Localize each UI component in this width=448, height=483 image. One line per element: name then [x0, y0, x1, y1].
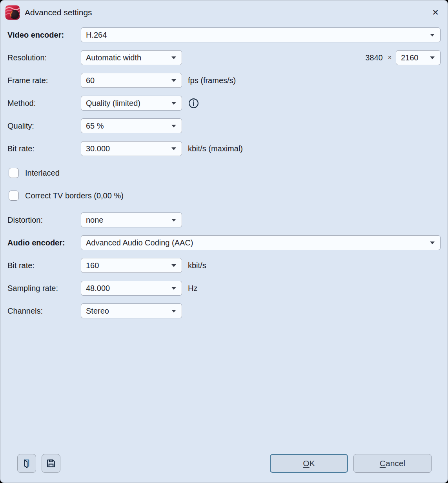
sampling-rate-value: 48.000: [86, 284, 110, 293]
quality-select[interactable]: 65 %: [81, 118, 182, 133]
distortion-select[interactable]: none: [81, 212, 182, 227]
bit-rate-audio-label: Bit rate:: [7, 261, 81, 270]
row-channels: Channels: Stereo: [7, 303, 441, 318]
channels-select[interactable]: Stereo: [81, 303, 182, 318]
row-video-encoder: Video encoder: H.264: [7, 27, 441, 42]
correct-tv-borders-checkbox[interactable]: [9, 191, 19, 201]
cancel-button-label: ancel: [386, 459, 405, 468]
resolution-label: Resolution:: [7, 53, 81, 62]
app-icon: [5, 5, 20, 20]
chevron-down-icon: [171, 102, 176, 105]
chevron-down-icon: [171, 125, 176, 127]
chevron-down-icon: [171, 219, 176, 222]
folder-open-icon: [21, 458, 32, 469]
video-encoder-label: Video encoder:: [7, 31, 81, 40]
dialog-title: Advanced settings: [25, 8, 92, 17]
chevron-down-icon: [171, 56, 176, 59]
advanced-settings-dialog: Advanced settings ✕ Video encoder: H.264…: [0, 0, 448, 483]
title-bar: Advanced settings ✕: [0, 0, 448, 25]
chevron-down-icon: [430, 242, 435, 244]
frame-rate-unit: fps (frames/s): [188, 76, 236, 85]
distortion-label: Distortion:: [7, 216, 81, 225]
row-sampling-rate: Sampling rate: 48.000 Hz: [7, 281, 441, 296]
dialog-content: Video encoder: H.264 Resolution: Automat…: [0, 25, 448, 483]
audio-encoder-select[interactable]: Advanced Audio Coding (AAC): [81, 235, 441, 250]
close-button[interactable]: ✕: [429, 6, 442, 19]
save-profile-button[interactable]: [42, 454, 60, 473]
row-distortion: Distortion: none: [7, 212, 441, 227]
chevron-down-icon: [171, 147, 176, 150]
bit-rate-audio-select[interactable]: 160: [81, 258, 182, 273]
row-bit-rate-video: Bit rate: 30.000 kbit/s (maximal): [7, 141, 441, 156]
chevron-down-icon: [171, 287, 176, 290]
save-icon: [46, 458, 56, 469]
sampling-rate-unit: Hz: [188, 284, 197, 293]
resolution-width-value: 3840: [365, 53, 383, 62]
chevron-down-icon: [171, 264, 176, 267]
row-resolution: Resolution: Automatic width 3840 × 2160: [7, 50, 441, 65]
row-bit-rate-audio: Bit rate: 160 kbit/s: [7, 258, 441, 273]
audio-encoder-value: Advanced Audio Coding (AAC): [86, 238, 193, 247]
chevron-down-icon: [171, 310, 176, 312]
video-encoder-select[interactable]: H.264: [81, 27, 441, 42]
chevron-down-icon: [171, 79, 176, 82]
resolution-mode-select[interactable]: Automatic width: [81, 50, 182, 65]
channels-value: Stereo: [86, 307, 109, 316]
close-icon: ✕: [432, 8, 439, 17]
ok-button-label: K: [310, 459, 315, 468]
method-value: Quality (limited): [86, 99, 140, 108]
chevron-down-icon: [430, 34, 435, 36]
correct-tv-borders-checkbox-row[interactable]: Correct TV borders (0,00 %): [7, 188, 441, 203]
frame-rate-label: Frame rate:: [7, 76, 81, 85]
bit-rate-video-select[interactable]: 30.000: [81, 141, 182, 156]
method-label: Method:: [7, 99, 81, 108]
ok-button[interactable]: OK: [270, 454, 348, 473]
quality-value: 65 %: [86, 122, 104, 131]
interlaced-checkbox-row[interactable]: Interlaced: [7, 165, 441, 180]
distortion-value: none: [86, 216, 104, 225]
dialog-footer: OK Cancel: [7, 454, 441, 483]
action-buttons: OK Cancel: [270, 454, 432, 473]
bit-rate-video-unit: kbit/s (maximal): [188, 144, 243, 153]
row-quality: Quality: 65 %: [7, 118, 441, 133]
sampling-rate-label: Sampling rate:: [7, 284, 81, 293]
bit-rate-audio-value: 160: [86, 261, 99, 270]
frame-rate-select[interactable]: 60: [81, 73, 182, 88]
correct-tv-borders-label: Correct TV borders (0,00 %): [25, 191, 124, 200]
quality-label: Quality:: [7, 122, 81, 131]
interlaced-label: Interlaced: [25, 169, 60, 178]
resolution-height-value: 2160: [401, 53, 419, 62]
bit-rate-audio-unit: kbit/s: [188, 261, 206, 270]
video-encoder-value: H.264: [86, 31, 107, 40]
method-select[interactable]: Quality (limited): [81, 96, 182, 111]
resolution-height-select[interactable]: 2160: [396, 50, 441, 65]
cancel-button[interactable]: Cancel: [353, 454, 432, 473]
resolution-dimensions: 3840 × 2160: [365, 50, 441, 65]
interlaced-checkbox[interactable]: [9, 168, 19, 178]
frame-rate-value: 60: [86, 76, 95, 85]
chevron-down-icon: [430, 56, 435, 59]
load-profile-button[interactable]: [17, 454, 36, 473]
bit-rate-video-value: 30.000: [86, 144, 110, 153]
bit-rate-video-label: Bit rate:: [7, 144, 81, 153]
audio-encoder-label: Audio encoder:: [7, 238, 81, 247]
channels-label: Channels:: [7, 307, 81, 316]
row-method: Method: Quality (limited): [7, 96, 441, 111]
row-audio-encoder: Audio encoder: Advanced Audio Coding (AA…: [7, 235, 441, 250]
ok-button-mnemonic: O: [303, 459, 309, 468]
info-icon[interactable]: [188, 98, 199, 109]
sampling-rate-select[interactable]: 48.000: [81, 281, 182, 296]
multiply-icon: ×: [388, 54, 392, 61]
resolution-mode-value: Automatic width: [86, 53, 141, 62]
row-frame-rate: Frame rate: 60 fps (frames/s): [7, 73, 441, 88]
cancel-button-mnemonic: C: [380, 459, 386, 468]
